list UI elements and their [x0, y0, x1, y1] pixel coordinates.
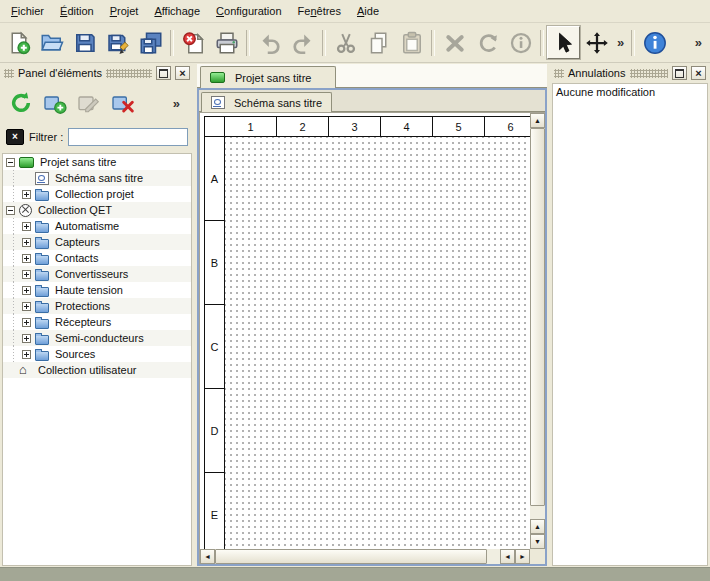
- diagram-canvas[interactable]: 123456 ABCDE: [200, 113, 530, 549]
- scroll-right-button[interactable]: [515, 549, 530, 564]
- open-file-button[interactable]: [35, 26, 68, 59]
- scroll-left-button[interactable]: [200, 549, 215, 564]
- tree-item[interactable]: Collection QET: [3, 202, 191, 218]
- toolbar-extension-button[interactable]: »: [691, 35, 706, 50]
- tree-expander[interactable]: [22, 302, 31, 311]
- undo-history-list: Aucune modification: [552, 83, 708, 566]
- toolbar-overflow-button[interactable]: »: [613, 35, 628, 50]
- tree-expander[interactable]: [22, 238, 31, 247]
- tree-expander[interactable]: [22, 350, 31, 359]
- horizontal-scrollbar-thumb[interactable]: [215, 549, 487, 564]
- scroll-up-button[interactable]: [530, 519, 545, 534]
- menu-edition[interactable]: Édition: [52, 2, 102, 20]
- tree-item[interactable]: Récepteurs: [3, 314, 191, 330]
- horizontal-scrollbar[interactable]: [200, 549, 530, 564]
- tree-item[interactable]: Contacts: [3, 250, 191, 266]
- rotate-button[interactable]: [471, 26, 504, 59]
- vertical-scrollbar-thumb[interactable]: [530, 128, 545, 506]
- copy-button[interactable]: [362, 26, 395, 59]
- tree-item[interactable]: Collection projet: [3, 186, 191, 202]
- tree-indent-guide: [6, 298, 22, 314]
- mdi-area: Projet sans titre Schéma sans titre 1234…: [194, 63, 550, 568]
- about-qet-button[interactable]: [638, 26, 671, 59]
- tree-expander[interactable]: [22, 334, 31, 343]
- scroll-down-button[interactable]: [530, 534, 545, 549]
- tree-item[interactable]: Automatisme: [3, 218, 191, 234]
- filter-input[interactable]: [68, 128, 188, 146]
- tree-item[interactable]: Projet sans titre: [3, 154, 191, 170]
- tree-expander[interactable]: [22, 254, 31, 263]
- scroll-left-button[interactable]: [500, 549, 515, 564]
- vertical-scrollbar[interactable]: [530, 113, 545, 549]
- tree-item[interactable]: Haute tension: [3, 282, 191, 298]
- project-tab[interactable]: Projet sans titre: [200, 66, 336, 88]
- column-label: 3: [329, 117, 381, 136]
- save-all-button[interactable]: [134, 26, 167, 59]
- menu-aide[interactable]: Aide: [349, 2, 387, 20]
- tree-item[interactable]: Capteurs: [3, 234, 191, 250]
- dock-close-button[interactable]: ×: [691, 66, 706, 80]
- horizontal-scrollbar-track[interactable]: [487, 549, 500, 564]
- undo-history-item[interactable]: Aucune modification: [553, 84, 707, 100]
- menu-projet[interactable]: Projet: [102, 2, 147, 20]
- new-file-button[interactable]: [2, 26, 35, 59]
- delete-element-button[interactable]: [108, 88, 138, 118]
- tree-expander[interactable]: [22, 222, 31, 231]
- schema-tab[interactable]: Schéma sans titre: [201, 92, 332, 112]
- tree-item[interactable]: Collection utilisateur: [3, 362, 191, 378]
- redo-icon: [291, 31, 315, 55]
- row-label: E: [205, 473, 224, 549]
- tree-expander[interactable]: [22, 318, 31, 327]
- tree-expander[interactable]: [6, 158, 15, 167]
- visualisation-mode-button[interactable]: [580, 26, 613, 59]
- dock-float-button[interactable]: [156, 66, 171, 80]
- reload-collections-button[interactable]: [6, 88, 36, 118]
- tree-item[interactable]: Protections: [3, 298, 191, 314]
- elements-panel-titlebar[interactable]: Panel d'éléments ×: [2, 64, 192, 82]
- copy-icon: [367, 31, 391, 55]
- tree-item-label: Convertisseurs: [53, 268, 130, 280]
- delete-element-icon: [111, 91, 135, 115]
- undo-dock-titlebar[interactable]: Annulations ×: [552, 64, 708, 82]
- clear-filter-button[interactable]: ×: [6, 129, 24, 145]
- menu-bar: FichierÉditionProjetAffichageConfigurati…: [0, 0, 710, 23]
- dock-close-button[interactable]: ×: [175, 66, 190, 80]
- cut-button[interactable]: [329, 26, 362, 59]
- scroll-up-button[interactable]: [530, 113, 545, 128]
- save-as-button[interactable]: [101, 26, 134, 59]
- project-tab-bar: Projet sans titre: [197, 64, 547, 88]
- menu-fichier[interactable]: Fichier: [3, 2, 52, 20]
- tree-item-label: Schéma sans titre: [53, 172, 145, 184]
- tree-item[interactable]: Semi-conducteurs: [3, 330, 191, 346]
- selection-mode-button[interactable]: [547, 26, 580, 59]
- edit-element-button[interactable]: [74, 88, 104, 118]
- print-button[interactable]: [210, 26, 243, 59]
- tree-expander[interactable]: [6, 206, 15, 215]
- save-button[interactable]: [68, 26, 101, 59]
- tree-item[interactable]: Sources: [3, 346, 191, 362]
- dock-float-button[interactable]: [672, 66, 687, 80]
- menu-fenetres[interactable]: Fenêtres: [290, 2, 349, 20]
- tree-expander[interactable]: [22, 286, 31, 295]
- tree-expander[interactable]: [22, 190, 31, 199]
- paste-button[interactable]: [395, 26, 428, 59]
- tree-item[interactable]: Schéma sans titre: [3, 170, 191, 186]
- elements-panel-title: Panel d'éléments: [18, 67, 102, 79]
- menu-affichage[interactable]: Affichage: [146, 2, 208, 20]
- element-info-button[interactable]: [504, 26, 537, 59]
- undo-button[interactable]: [253, 26, 286, 59]
- folder-icon: [35, 303, 49, 313]
- open-folder-icon: [40, 31, 64, 55]
- folder-icon: [35, 223, 49, 233]
- tree-expander[interactable]: [22, 270, 31, 279]
- vertical-scrollbar-track[interactable]: [530, 506, 545, 519]
- new-element-button[interactable]: [40, 88, 70, 118]
- panel-toolbar-overflow-button[interactable]: »: [169, 96, 184, 111]
- diagram-view: 123456 ABCDE: [199, 112, 545, 564]
- undo-dock: Annulations × Aucune modification: [550, 63, 710, 568]
- redo-button[interactable]: [286, 26, 319, 59]
- delete-button[interactable]: [438, 26, 471, 59]
- tree-item[interactable]: Convertisseurs: [3, 266, 191, 282]
- close-file-button[interactable]: [177, 26, 210, 59]
- menu-configuration[interactable]: Configuration: [208, 2, 289, 20]
